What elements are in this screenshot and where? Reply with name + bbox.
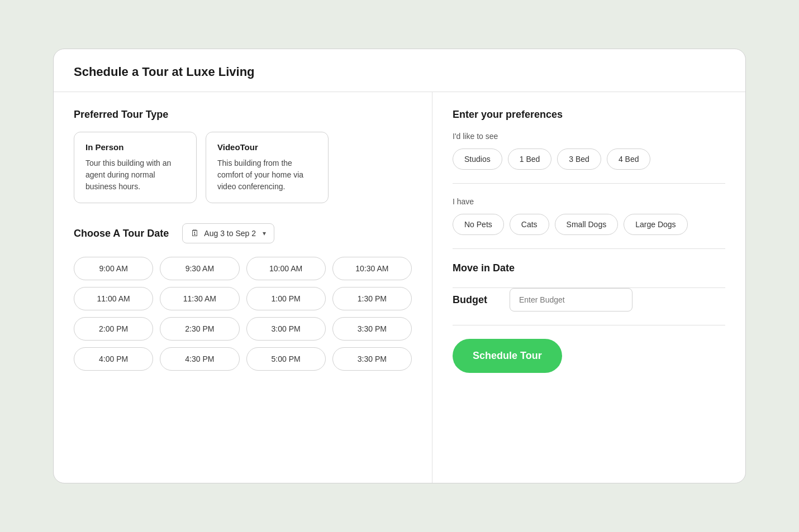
time-slot[interactable]: 2:30 PM (160, 317, 239, 341)
pill-3bed[interactable]: 3 Bed (557, 148, 601, 170)
left-panel: Preferred Tour Type In Person Tour this … (54, 92, 432, 483)
tour-types-container: In Person Tour this building with an age… (74, 132, 412, 203)
time-slot[interactable]: 1:00 PM (246, 287, 326, 310)
time-slot[interactable]: 4:00 PM (74, 347, 153, 371)
time-slot[interactable]: 4:30 PM (160, 347, 239, 371)
time-slot[interactable]: 9:00 AM (74, 257, 153, 280)
tour-card-in-person-description: Tour this building with an agent during … (85, 157, 185, 193)
time-slot[interactable]: 1:30 PM (332, 287, 412, 310)
time-slot[interactable]: 11:30 AM (160, 287, 239, 310)
card-header: Schedule a Tour at Luxe Living (54, 49, 745, 92)
time-slot[interactable]: 3:30 PM (332, 317, 412, 341)
time-slot[interactable]: 10:00 AM (246, 257, 326, 280)
tour-card-video[interactable]: VideoTour This building from the comfort… (206, 132, 329, 203)
budget-section: Budget (453, 288, 725, 325)
date-range-value: Aug 3 to Sep 2 (204, 229, 256, 238)
time-slot[interactable]: 2:00 PM (74, 317, 153, 341)
move-in-section: Move in Date (453, 262, 725, 288)
date-row: Choose A Tour Date 🗓 Aug 3 to Sep 2 ▾ (74, 223, 412, 243)
pill-small-dogs[interactable]: Small Dogs (555, 214, 619, 235)
budget-label: Budget (453, 294, 487, 306)
tour-card-in-person-title: In Person (85, 142, 185, 152)
date-picker[interactable]: 🗓 Aug 3 to Sep 2 ▾ (182, 223, 274, 243)
schedule-tour-button[interactable]: Schedule Tour (453, 339, 562, 373)
time-slot[interactable]: 3:30 PM (332, 347, 412, 371)
room-type-section: I'd like to see Studios 1 Bed 3 Bed 4 Be… (453, 132, 725, 184)
i-have-label: I have (453, 197, 725, 206)
main-card: Schedule a Tour at Luxe Living Preferred… (53, 49, 746, 483)
calendar-icon: 🗓 (191, 228, 199, 238)
tour-type-title: Preferred Tour Type (74, 109, 412, 121)
time-slot[interactable]: 9:30 AM (160, 257, 239, 280)
pill-4bed[interactable]: 4 Bed (607, 148, 651, 170)
time-slot[interactable]: 3:00 PM (246, 317, 326, 341)
tour-card-in-person[interactable]: In Person Tour this building with an age… (74, 132, 197, 203)
time-slot[interactable]: 5:00 PM (246, 347, 326, 371)
preferences-section: Enter your preferences I'd like to see S… (453, 109, 725, 249)
tour-card-video-description: This building from the comfort of your h… (217, 157, 317, 193)
time-slot[interactable]: 10:30 AM (332, 257, 412, 280)
room-type-pill-group: Studios 1 Bed 3 Bed 4 Bed (453, 148, 725, 170)
date-section-label: Choose A Tour Date (74, 228, 169, 239)
pill-cats[interactable]: Cats (510, 214, 549, 235)
card-body: Preferred Tour Type In Person Tour this … (54, 92, 745, 483)
pet-section: I have No Pets Cats Small Dogs Large Dog… (453, 197, 725, 235)
id-like-to-see-label: I'd like to see (453, 132, 725, 141)
budget-input[interactable] (510, 288, 632, 311)
pill-no-pets[interactable]: No Pets (453, 214, 504, 235)
page-title: Schedule a Tour at Luxe Living (74, 65, 725, 79)
right-panel: Enter your preferences I'd like to see S… (432, 92, 745, 483)
time-slot[interactable]: 11:00 AM (74, 287, 153, 310)
move-in-date-label: Move in Date (453, 262, 725, 274)
preferences-title: Enter your preferences (453, 109, 725, 121)
schedule-button-container: Schedule Tour (453, 339, 725, 373)
chevron-down-icon: ▾ (263, 229, 266, 237)
pill-studios[interactable]: Studios (453, 148, 502, 170)
pet-pill-group: No Pets Cats Small Dogs Large Dogs (453, 214, 725, 235)
pill-large-dogs[interactable]: Large Dogs (624, 214, 687, 235)
tour-card-video-title: VideoTour (217, 142, 317, 152)
time-grid: 9:00 AM 9:30 AM 10:00 AM 10:30 AM 11:00 … (74, 257, 412, 371)
pill-1bed[interactable]: 1 Bed (508, 148, 552, 170)
